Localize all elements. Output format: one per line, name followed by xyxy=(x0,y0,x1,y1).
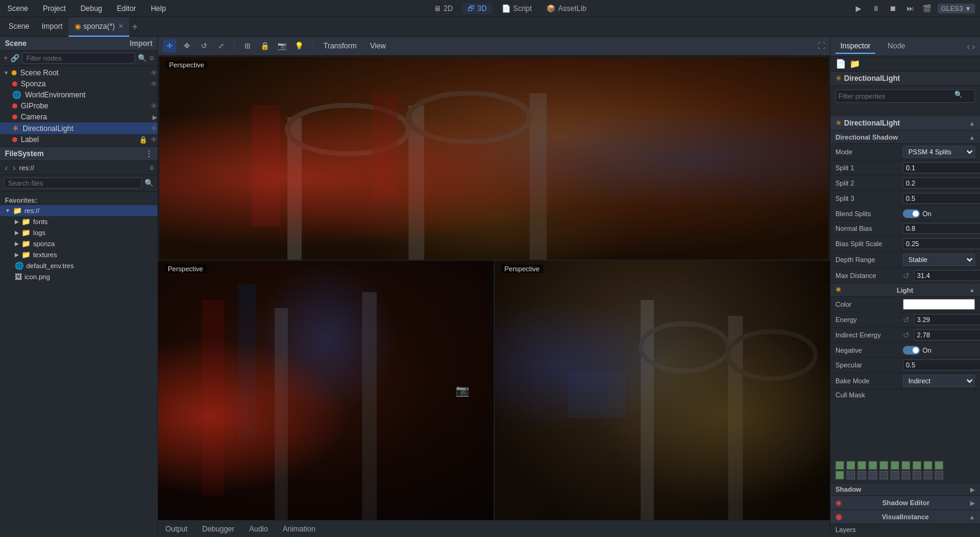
scene-root-item[interactable]: ▼ Scene Root 👁 xyxy=(0,67,157,78)
fs-fonts-item[interactable]: ▶ 📁 fonts xyxy=(0,216,157,227)
inspector-tab[interactable]: Inspector xyxy=(835,39,875,54)
rotate-tool-button[interactable]: ↺ xyxy=(197,39,211,53)
3d-view-button[interactable]: 🗗3D xyxy=(462,3,491,14)
cull-cell-4[interactable] xyxy=(880,461,888,470)
label-visibility[interactable]: 👁 xyxy=(151,136,157,143)
scene-tab[interactable]: Scene xyxy=(2,17,36,37)
normal-bias-prop-input[interactable] xyxy=(903,223,980,234)
menu-debug[interactable]: Debug xyxy=(78,3,104,14)
bottom-right-viewport[interactable]: Perspective xyxy=(495,261,831,520)
cull-cell-18[interactable] xyxy=(924,471,932,479)
cull-cell-10[interactable] xyxy=(835,471,844,479)
bias-split-scale-prop-input[interactable] xyxy=(903,238,980,249)
add-node-button[interactable]: + xyxy=(4,54,8,62)
dir-shadow-group[interactable]: Directional Shadow ▲ xyxy=(831,131,980,144)
split1-prop-input[interactable] xyxy=(903,162,980,173)
play-button[interactable]: ▶ xyxy=(852,2,865,15)
depth-range-prop-select[interactable]: Stable xyxy=(903,253,975,266)
camera-tool-button[interactable]: 📷 xyxy=(275,39,288,53)
indirect-energy-prop-input[interactable] xyxy=(914,329,980,340)
debugger-tab[interactable]: Debugger xyxy=(200,524,237,535)
script-view-button[interactable]: 📄Script xyxy=(497,3,537,14)
link-node-button[interactable]: 🔗 xyxy=(10,54,20,62)
move-tool-button[interactable]: ✥ xyxy=(180,39,194,53)
cull-cell-17[interactable] xyxy=(913,471,921,479)
mode-prop-select[interactable]: PSSM 4 Splits xyxy=(903,146,975,158)
import-panel-link[interactable]: Import xyxy=(130,39,153,48)
inspector-folder-button[interactable]: 📁 xyxy=(850,59,860,69)
filter-options-button[interactable]: ≡ xyxy=(149,54,154,62)
visual-instance-group[interactable]: ◉ VisualInstance ▲ xyxy=(831,510,980,524)
giprobe-visibility[interactable]: 👁 xyxy=(151,102,157,110)
assetlib-view-button[interactable]: 📦AssetLib xyxy=(541,3,591,14)
inspector-file-button[interactable]: 📄 xyxy=(835,59,846,69)
directional-light-item[interactable]: ✳ DirectionalLight 👁 xyxy=(0,122,157,134)
fs-logs-item[interactable]: ▶ 📁 logs xyxy=(0,227,157,238)
directional-light-section[interactable]: ✳ DirectionalLight ▲ xyxy=(831,116,980,130)
fs-search-input[interactable] xyxy=(4,178,142,189)
scale-tool-button[interactable]: ⤢ xyxy=(214,39,228,53)
camera-item[interactable]: Camera ▶ xyxy=(0,111,157,122)
cull-cell-7[interactable] xyxy=(913,461,921,470)
inspector-back-button[interactable]: ‹ xyxy=(967,42,970,51)
menu-editor[interactable]: Editor xyxy=(115,3,138,14)
fs-textures-item[interactable]: ▶ 📁 textures xyxy=(0,249,157,260)
cull-cell-11[interactable] xyxy=(846,471,855,479)
cull-cell-16[interactable] xyxy=(902,471,910,479)
light-group[interactable]: ✳ Light ▲ xyxy=(831,284,980,297)
sponza-visibility[interactable]: 👁 xyxy=(151,80,157,88)
fs-icon-png-item[interactable]: 🖼 icon.png xyxy=(0,271,157,282)
energy-reset-button[interactable]: ↺ xyxy=(903,315,910,325)
cursor-tool-button[interactable]: ✛ xyxy=(163,39,176,53)
cull-cell-14[interactable] xyxy=(880,471,888,479)
giprobe-item[interactable]: GIProbe 👁 xyxy=(0,100,157,111)
gles-badge[interactable]: GLES3 ▼ xyxy=(938,4,975,13)
movie-button[interactable]: 🎬 xyxy=(921,2,934,15)
cull-cell-1[interactable] xyxy=(846,461,855,470)
menu-scene[interactable]: Scene xyxy=(5,3,31,14)
audio-tab[interactable]: Audio xyxy=(247,524,271,535)
split3-prop-input[interactable] xyxy=(903,193,980,204)
cull-cell-15[interactable] xyxy=(891,471,899,479)
tab-add-button[interactable]: + xyxy=(132,21,137,32)
viewport-expand-button[interactable]: ⛶ xyxy=(818,42,825,50)
view-menu-button[interactable]: View xyxy=(365,40,391,51)
specular-prop-input[interactable] xyxy=(903,359,980,370)
lock-tool-button[interactable]: 🔒 xyxy=(258,39,271,53)
bottom-left-viewport[interactable]: Perspective 📷 xyxy=(158,261,495,520)
directional-light-visibility[interactable]: 👁 xyxy=(151,125,157,132)
search-nodes-button[interactable]: 🔍 xyxy=(138,54,147,62)
menu-help[interactable]: Help xyxy=(148,3,168,14)
sponza-tab-close[interactable]: ✕ xyxy=(118,23,123,29)
sponza-tab[interactable]: ◉ sponza(*) ✕ xyxy=(69,17,129,37)
negative-toggle[interactable] xyxy=(903,346,920,355)
cull-cell-8[interactable] xyxy=(924,461,932,470)
filesystem-options-button[interactable]: ⋮ xyxy=(145,149,153,158)
cull-cell-0[interactable] xyxy=(835,461,844,470)
cull-cell-2[interactable] xyxy=(858,461,866,470)
cull-cell-3[interactable] xyxy=(869,461,877,470)
max-distance-reset-button[interactable]: ↺ xyxy=(903,271,910,280)
inspector-forward-button[interactable]: › xyxy=(972,42,975,51)
label-item[interactable]: Label 🔒 👁 xyxy=(0,134,157,145)
step-button[interactable]: ⏭ xyxy=(903,2,917,15)
fs-default-env-item[interactable]: 🌐 default_env.tres xyxy=(0,260,157,271)
cull-cell-19[interactable] xyxy=(935,471,943,479)
cull-cell-9[interactable] xyxy=(935,461,943,470)
cull-cell-13[interactable] xyxy=(869,471,877,479)
shadow-section-toggle[interactable]: Shadow ▶ xyxy=(831,483,980,496)
fs-back-button[interactable]: ‹ xyxy=(4,163,9,173)
import-tab[interactable]: Import xyxy=(36,17,69,37)
bake-mode-prop-select[interactable]: Indirect xyxy=(903,375,975,387)
top-viewport[interactable]: Perspective xyxy=(158,56,830,261)
output-tab[interactable]: Output xyxy=(163,524,190,535)
world-env-item[interactable]: 🌐 WorldEnvironment xyxy=(0,89,157,100)
cull-cell-6[interactable] xyxy=(902,461,910,470)
pause-button[interactable]: ⏸ xyxy=(869,2,883,15)
menu-project[interactable]: Project xyxy=(40,3,68,14)
max-distance-prop-input[interactable] xyxy=(914,270,980,281)
animation-tab[interactable]: Animation xyxy=(280,524,317,535)
transform-menu-button[interactable]: Transform xyxy=(318,40,361,51)
fs-layout-button[interactable]: ≡ xyxy=(149,163,154,172)
split2-prop-input[interactable] xyxy=(903,178,980,189)
